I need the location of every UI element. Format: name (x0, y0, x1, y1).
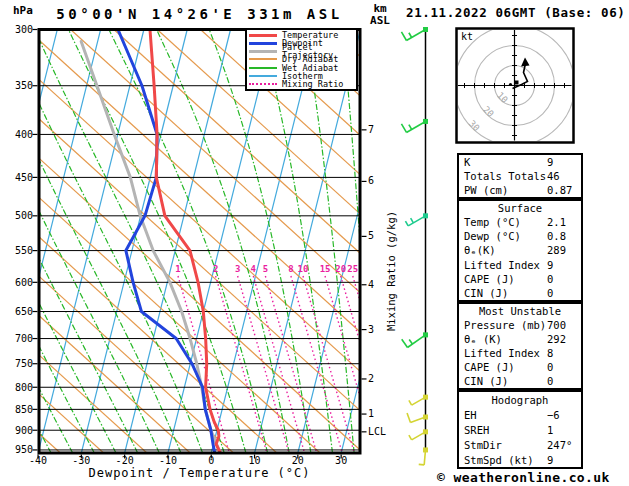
wind-barb (419, 447, 428, 464)
altitude-ref-label: ASL (362, 14, 398, 27)
table-row: Lifted Index8 (459, 347, 581, 359)
temp-tick-label: 30 (325, 455, 357, 466)
table-header: Hodograph (459, 394, 581, 406)
legend-item: Mixing Ratio (249, 80, 356, 88)
table-row-value: 292 (547, 333, 566, 345)
wind-barb (405, 213, 428, 226)
legend-line-sample (249, 42, 277, 45)
table-row-value: 2.1 (547, 216, 566, 228)
sounding-series (81, 30, 220, 454)
temp-tick-label: -20 (109, 455, 141, 466)
table-row-label: CAPE (J) (464, 361, 515, 373)
pressure-tick-label: 850 (5, 404, 33, 415)
km-tick-label: 4 (368, 279, 374, 290)
table-row-label: PW (cm) (464, 184, 508, 196)
table-row: CIN (J)0 (459, 287, 581, 299)
table-row-label: StmDir (464, 439, 502, 451)
series-temperature (150, 30, 220, 454)
table-row-label: Temp (°C) (464, 216, 521, 228)
table-row-label: CIN (J) (464, 375, 508, 387)
table-row: θₑ (K)292 (459, 333, 581, 345)
wind-barb-column (401, 27, 428, 465)
legend-line-sample (249, 83, 277, 85)
table-row-value: 0 (547, 375, 553, 387)
pressure-tick-label: 400 (5, 129, 33, 140)
table-row: StmSpd (kt)9 (459, 454, 581, 466)
table-row-label: SREH (464, 424, 489, 436)
km-tick-label: 5 (368, 230, 374, 241)
table-row-value: 9 (547, 454, 553, 466)
table-row: Lifted Index9 (459, 259, 581, 271)
table-row-value: 0 (547, 287, 553, 299)
table-row: Dewp (°C)0.8 (459, 230, 581, 242)
table-row-value: 247° (547, 439, 572, 451)
hodograph-plot: 102030 (455, 26, 575, 146)
table-header: Most Unstable (459, 305, 581, 317)
pressure-tick-label: 600 (5, 277, 33, 288)
table-row-value: −6 (547, 409, 560, 421)
table-header: Surface (459, 202, 581, 214)
pressure-tick-label: 900 (5, 425, 33, 436)
table-row-label: K (464, 156, 470, 168)
table-row-value: 9 (547, 156, 553, 168)
legend-line-sample (249, 50, 277, 53)
table-row: EH−6 (459, 409, 581, 421)
table-row-value: 0.87 (547, 184, 572, 196)
table-row: Temp (°C)2.1 (459, 216, 581, 228)
mixing-ratio-value-label: 8 (288, 264, 293, 274)
series-parcel-trajectory (81, 41, 220, 453)
km-tick-label: 6 (368, 175, 374, 186)
wind-barb (401, 27, 428, 41)
pressure-tick-label: 350 (5, 80, 33, 91)
km-tick-label: 1 (368, 408, 374, 419)
table-row-label: StmSpd (kt) (464, 454, 534, 466)
table-row-label: CIN (J) (464, 287, 508, 299)
lcl-label: LCL (368, 426, 386, 437)
table-row-label: Dewp (°C) (464, 230, 521, 242)
pressure-tick-label: 300 (5, 24, 33, 35)
legend-line-sample (249, 34, 277, 37)
mixing-ratio-value-label: 4 (251, 264, 257, 274)
table-row: CAPE (J)0 (459, 361, 581, 373)
table-row: Totals Totals46 (459, 170, 581, 182)
pressure-tick-label: 650 (5, 306, 33, 317)
mixing-ratio-value-label: 25 (347, 264, 358, 274)
series-dewpoint (118, 30, 215, 454)
table-row: PW (cm)0.87 (459, 184, 581, 196)
table-row-value: 289 (547, 244, 566, 256)
table-row-value: 8 (547, 347, 553, 359)
hodograph-unit-label: kt (461, 31, 473, 42)
table-row-value: 700 (547, 319, 566, 331)
table-row-label: Totals Totals (464, 170, 546, 182)
station-title: 50°00'N 14°26'E 331m ASL (39, 6, 360, 22)
table-row: SREH1 (459, 424, 581, 436)
table-row: StmDir247° (459, 439, 581, 451)
table-row-label: Lifted Index (464, 347, 540, 359)
data-table: HodographEH−6SREH1StmDir247°StmSpd (kt)9 (457, 390, 583, 469)
pressure-tick-label: 750 (5, 358, 33, 369)
legend-line-sample (249, 67, 277, 69)
temp-tick-label: 10 (239, 455, 271, 466)
temp-tick-label: 20 (282, 455, 314, 466)
table-row-label: θₑ (K) (464, 333, 502, 345)
km-tick-label: 2 (368, 373, 374, 384)
legend-line-sample (249, 58, 277, 60)
table-row: Pressure (mb)700 (459, 319, 581, 331)
table-row: CIN (J)0 (459, 375, 581, 387)
mixing-ratio-value-label: 1 (175, 264, 180, 274)
table-row-value: 0.8 (547, 230, 566, 242)
table-row: θₑ(K)289 (459, 244, 581, 256)
mixing-ratio-value-label: 15 (320, 264, 331, 274)
mixing-ratio-value-label: 3 (235, 264, 240, 274)
pressure-tick-label: 950 (5, 444, 33, 455)
pressure-tick-label: 500 (5, 210, 33, 221)
pressure-tick-label: 450 (5, 172, 33, 183)
temp-tick-label: -10 (152, 455, 184, 466)
skewt-sounding-page: 12345810152025102030 hPa 50°00'N 14°26'E… (0, 0, 629, 486)
data-table: Most UnstablePressure (mb)700θₑ (K)292Li… (457, 302, 583, 390)
wind-barb (401, 119, 428, 133)
pressure-tick-label: 550 (5, 245, 33, 256)
table-row: K9 (459, 156, 581, 168)
table-row-value: 0 (547, 273, 553, 285)
mixing-ratio-value-label: 20 (335, 264, 346, 274)
